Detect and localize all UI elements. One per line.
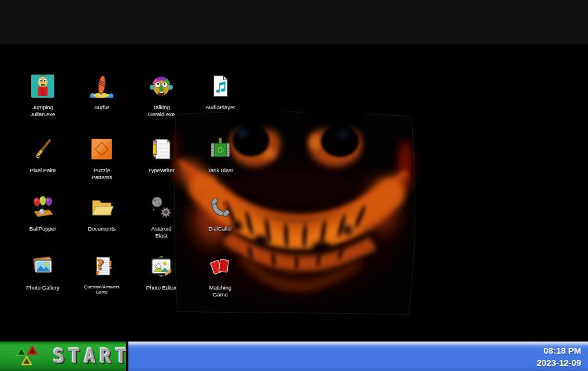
- top-black-band: [0, 0, 588, 44]
- photo-stack-icon: [29, 253, 56, 280]
- desktop-icon-asteroid-blast[interactable]: Asteroid Blast: [132, 194, 190, 239]
- icon-label: Surfur: [94, 104, 109, 111]
- desktop-icon-matching-game[interactable]: Matching Game: [191, 253, 249, 298]
- desktop-icon-question-answers-game[interactable]: ? ? Question/Answers Game: [73, 253, 131, 295]
- desktop: Jumping Julian.exe Surfur: [0, 0, 588, 371]
- start-button[interactable]: START: [0, 342, 126, 371]
- desktop-icon-typewriter[interactable]: TypeWriter: [132, 136, 190, 174]
- surfboard-beach-icon: [88, 73, 115, 99]
- desktop-icon-audioplayer[interactable]: AudioPlayer: [191, 73, 249, 111]
- music-note-file-icon: [207, 73, 234, 99]
- icon-label: AudioPlayer: [205, 104, 235, 111]
- svg-text:?: ?: [95, 257, 103, 273]
- balloons-platform-icon: [29, 194, 56, 221]
- clock-date: 2023-12-09: [537, 357, 581, 369]
- desktop-icon-pixel-paint[interactable]: Pixel Paint: [14, 136, 72, 174]
- desktop-icon-puzzle-patterns[interactable]: Puzzle Patterns: [73, 136, 131, 181]
- desktop-icon-tank-blast[interactable]: Tank Blast: [191, 136, 249, 174]
- notepad-pencil-icon: [148, 136, 175, 162]
- icon-label: DialCaller: [208, 225, 232, 232]
- icon-label: TypeWriter: [148, 167, 175, 174]
- icon-label: Photo Gallery: [26, 284, 60, 291]
- taskbar-blue-bar: 08:18 PM 2023-12-09: [128, 342, 588, 371]
- taskbar-clock: 08:18 PM 2023-12-09: [537, 345, 581, 369]
- orange-diamond-tile-icon: [88, 136, 115, 162]
- icon-label: Documents: [88, 225, 116, 232]
- phone-handset-icon: [207, 194, 234, 221]
- icon-label: Photo Editor: [146, 284, 176, 291]
- icon-label: BallPopper: [29, 225, 56, 232]
- desktop-icon-dialcaller[interactable]: DialCaller: [191, 194, 249, 232]
- icon-label: Tank Blast: [208, 167, 233, 174]
- jumping-julian-character-icon: [29, 73, 56, 99]
- question-mark-document-icon: ? ?: [88, 253, 115, 280]
- icon-label: Asteroid Blast: [151, 225, 172, 239]
- desktop-icon-photo-gallery[interactable]: Photo Gallery: [14, 253, 72, 291]
- icon-label: Jumping Julian.exe: [31, 104, 56, 118]
- desktop-icon-talking-gerald[interactable]: Talking Gerald.exe: [132, 73, 190, 118]
- icon-label: Talking Gerald.exe: [148, 104, 175, 118]
- desktop-icon-jumping-julian[interactable]: Jumping Julian.exe: [14, 73, 72, 118]
- talking-gerald-head-icon: [148, 73, 175, 99]
- folder-icon: [88, 194, 115, 221]
- icon-label: Pixel Paint: [30, 167, 56, 174]
- desktop-icon-documents[interactable]: Documents: [73, 194, 131, 232]
- start-label: START: [53, 345, 131, 368]
- desktop-icon-ballpopper[interactable]: BallPopper: [14, 194, 72, 232]
- paintbrush-icon: [29, 136, 56, 162]
- three-triangles-logo-icon: [14, 346, 39, 368]
- red-playing-cards-icon: [207, 253, 234, 280]
- photo-edit-pencil-icon: [148, 253, 175, 280]
- icon-label: Puzzle Patterns: [91, 167, 112, 181]
- desktop-icon-photo-editor[interactable]: Photo Editor: [132, 253, 190, 291]
- desktop-icon-surfur[interactable]: Surfur: [73, 73, 131, 111]
- green-tank-icon: [207, 136, 234, 162]
- icon-label: Question/Answers Game: [84, 284, 120, 295]
- icon-label: Matching Game: [209, 284, 232, 298]
- clock-time: 08:18 PM: [537, 345, 581, 357]
- asteroid-spaceship-icon: [148, 194, 175, 221]
- taskbar: START 08:18 PM 2023-12-09: [0, 340, 588, 371]
